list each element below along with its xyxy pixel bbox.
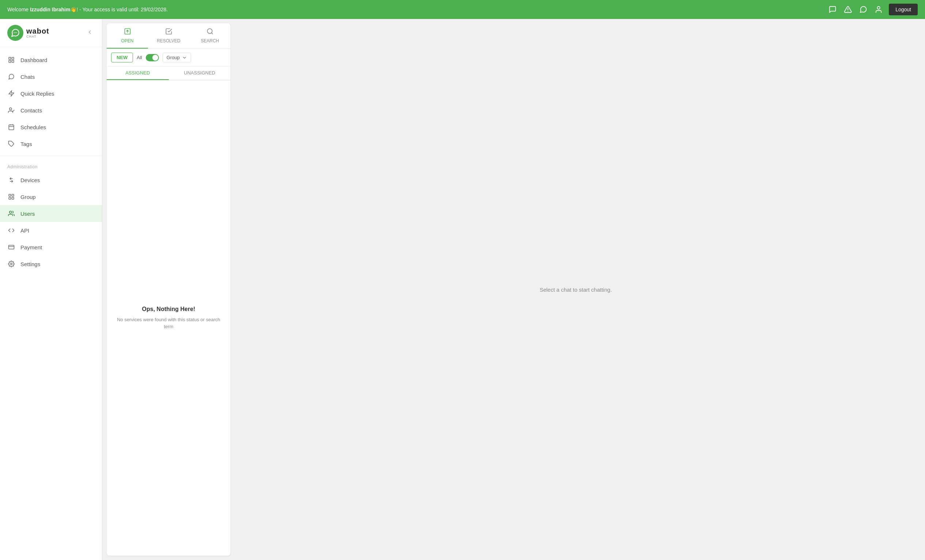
welcome-message: Welcome Izzuddin Ibrahim👋! - Your access… bbox=[7, 7, 168, 12]
sidebar-collapse-button[interactable] bbox=[85, 27, 95, 39]
dashboard-label: Dashboard bbox=[20, 57, 47, 63]
svg-rect-7 bbox=[12, 57, 14, 59]
svg-rect-6 bbox=[9, 57, 11, 59]
new-button[interactable]: NEW bbox=[111, 53, 133, 62]
topbar: Welcome Izzuddin Ibrahim👋! - Your access… bbox=[0, 0, 925, 19]
logo-icon bbox=[7, 25, 23, 41]
svg-point-4 bbox=[15, 32, 16, 33]
settings-label: Settings bbox=[20, 261, 40, 267]
unassigned-tab[interactable]: UNASSIGNED bbox=[169, 66, 231, 80]
devices-icon bbox=[7, 176, 15, 184]
empty-state-title: Ops, Nothing Here! bbox=[142, 306, 196, 312]
welcome-emoji: 👋 bbox=[70, 7, 76, 12]
svg-line-29 bbox=[211, 33, 212, 34]
username: Izzuddin Ibrahim bbox=[30, 7, 70, 12]
nav-divider bbox=[0, 155, 102, 156]
sidebar-item-dashboard[interactable]: Dashboard bbox=[0, 51, 102, 68]
quick-replies-label: Quick Replies bbox=[20, 90, 54, 97]
payment-label: Payment bbox=[20, 244, 42, 251]
tag-icon bbox=[7, 140, 15, 148]
group-label: Group bbox=[20, 194, 36, 200]
sidebar-item-chats[interactable]: Chats bbox=[0, 68, 102, 85]
welcome-text: Welcome bbox=[7, 7, 30, 12]
tab-open-label: OPEN bbox=[121, 38, 133, 44]
chats-label: Chats bbox=[20, 74, 35, 80]
upload-box-icon bbox=[124, 28, 131, 37]
contacts-icon bbox=[7, 106, 15, 114]
svg-point-5 bbox=[16, 32, 17, 33]
grid-icon bbox=[7, 56, 15, 64]
main-layout: wabot CHAT Dashboard bbox=[0, 19, 925, 560]
tab-search[interactable]: SEARCH bbox=[189, 23, 230, 48]
group-select[interactable]: Group bbox=[163, 53, 191, 62]
tags-label: Tags bbox=[20, 141, 32, 147]
api-icon bbox=[7, 226, 15, 234]
svg-rect-19 bbox=[9, 194, 11, 196]
message-circle-icon bbox=[7, 73, 15, 81]
assigned-tab[interactable]: ASSIGNED bbox=[107, 66, 169, 80]
content-area: OPEN RESOLVED SEAR bbox=[102, 19, 925, 560]
all-toggle[interactable] bbox=[146, 54, 159, 62]
filter-row: NEW All Group bbox=[107, 49, 230, 66]
check-square-icon bbox=[165, 28, 172, 37]
search-icon bbox=[206, 28, 214, 37]
topbar-actions: Logout bbox=[827, 4, 918, 15]
devices-label: Devices bbox=[20, 177, 40, 183]
sidebar-item-schedules[interactable]: Schedules bbox=[0, 119, 102, 135]
sidebar-nav: Dashboard Chats Quick Replies bbox=[0, 47, 102, 560]
tab-resolved-label: RESOLVED bbox=[157, 38, 180, 44]
svg-point-26 bbox=[11, 263, 12, 265]
empty-state-description: No services were found with this status … bbox=[114, 316, 223, 330]
sidebar-item-api[interactable]: API bbox=[0, 222, 102, 239]
svg-point-3 bbox=[14, 32, 15, 33]
sidebar-item-contacts[interactable]: Contacts bbox=[0, 102, 102, 119]
svg-rect-9 bbox=[9, 61, 11, 62]
svg-point-11 bbox=[9, 108, 12, 110]
svg-rect-20 bbox=[12, 194, 14, 196]
svg-rect-21 bbox=[9, 198, 11, 199]
users-label: Users bbox=[20, 211, 35, 217]
logo-sub: CHAT bbox=[26, 35, 49, 39]
assign-tabs: ASSIGNED UNASSIGNED bbox=[107, 66, 230, 80]
logo-text: wabot CHAT bbox=[26, 27, 49, 39]
svg-rect-12 bbox=[9, 125, 14, 130]
svg-marker-10 bbox=[9, 91, 14, 96]
admin-section-label: Administration bbox=[0, 158, 102, 171]
api-label: API bbox=[20, 227, 29, 234]
chevron-down-icon bbox=[182, 55, 187, 60]
payment-icon bbox=[7, 243, 15, 251]
chat-icon[interactable] bbox=[858, 5, 868, 15]
tab-resolved[interactable]: RESOLVED bbox=[148, 23, 189, 48]
sidebar-item-settings[interactable]: Settings bbox=[0, 255, 102, 272]
svg-point-2 bbox=[877, 7, 880, 9]
sidebar-logo: wabot CHAT bbox=[0, 19, 102, 47]
chat-main-placeholder: Select a chat to start chatting. bbox=[231, 23, 920, 555]
sidebar-item-users[interactable]: Users bbox=[0, 205, 102, 222]
logout-button[interactable]: Logout bbox=[889, 4, 918, 15]
sidebar-item-group[interactable]: Group bbox=[0, 188, 102, 205]
settings-icon bbox=[7, 260, 15, 268]
tab-search-label: SEARCH bbox=[200, 38, 219, 44]
tab-open[interactable]: OPEN bbox=[107, 23, 148, 48]
access-text: ! - Your access is valid until: 29/02/20… bbox=[76, 7, 168, 12]
all-label: All bbox=[137, 55, 142, 60]
svg-point-28 bbox=[207, 29, 212, 34]
alert-icon[interactable] bbox=[843, 5, 853, 15]
sidebar-item-quick-replies[interactable]: Quick Replies bbox=[0, 85, 102, 102]
svg-rect-8 bbox=[12, 61, 14, 62]
empty-state: Ops, Nothing Here! No services were foun… bbox=[107, 80, 230, 555]
sidebar-item-devices[interactable]: Devices bbox=[0, 171, 102, 188]
chat-panel: OPEN RESOLVED SEAR bbox=[107, 23, 231, 555]
svg-point-23 bbox=[9, 211, 12, 213]
logo-name: wabot bbox=[26, 27, 49, 35]
chat-placeholder-text: Select a chat to start chatting. bbox=[539, 287, 612, 293]
sidebar-item-tags[interactable]: Tags bbox=[0, 135, 102, 152]
contacts-label: Contacts bbox=[20, 107, 42, 114]
chat-tabs: OPEN RESOLVED SEAR bbox=[107, 23, 230, 49]
sidebar-item-payment[interactable]: Payment bbox=[0, 239, 102, 255]
svg-rect-22 bbox=[12, 198, 14, 199]
schedules-label: Schedules bbox=[20, 124, 46, 130]
message-square-icon[interactable] bbox=[827, 5, 838, 15]
group-select-label: Group bbox=[167, 55, 180, 60]
user-icon[interactable] bbox=[874, 5, 884, 15]
